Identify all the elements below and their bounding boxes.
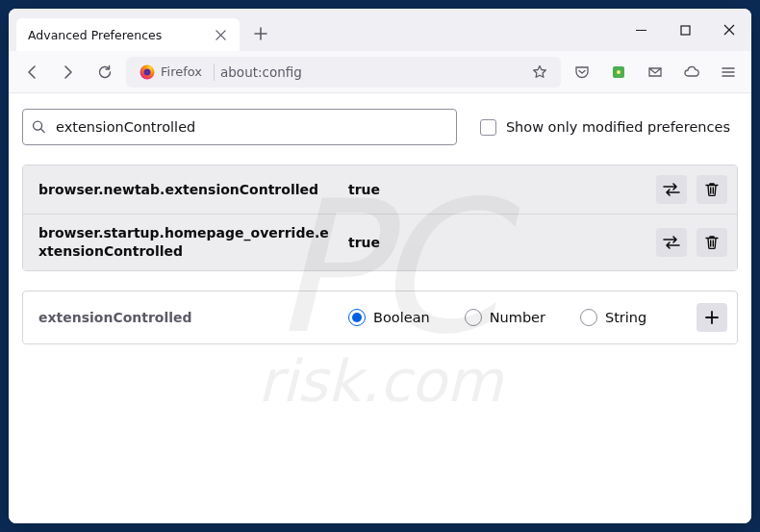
maximize-icon [680,25,691,36]
radio-string[interactable]: String [580,309,646,326]
radio-text: Boolean [373,310,430,325]
pref-actions [656,175,727,204]
add-pref-name: extensionControlled [38,310,337,325]
svg-rect-0 [681,26,690,35]
window-controls [619,9,751,51]
minimize-button[interactable] [619,9,663,51]
trash-icon [705,182,719,197]
add-pref-row: extensionControlled Boolean Number Strin… [22,291,738,344]
pref-name: browser.startup.homepage_override.extens… [38,224,337,261]
checkbox-text: Show only modified preferences [506,119,730,135]
about-config-content: Show only modified preferences browser.n… [9,93,751,523]
sync-button[interactable] [676,57,707,88]
checkbox-icon [480,119,496,136]
url-separator [214,63,215,81]
tab-title: Advanced Preferences [28,28,213,42]
reload-icon [97,64,113,80]
search-icon [32,120,46,135]
maximize-button[interactable] [663,9,707,51]
toggle-icon [663,236,680,249]
svg-point-2 [144,68,151,75]
radio-icon [580,309,597,326]
radio-text: Number [490,310,545,325]
identity-label: Firefox [161,64,202,79]
close-icon [723,24,735,36]
toggle-button[interactable] [656,175,687,204]
bookmark-button[interactable] [526,59,553,86]
close-icon [215,30,226,40]
star-icon [532,64,547,80]
search-wrap [22,109,457,145]
forward-button[interactable] [53,57,84,88]
titlebar: Advanced Preferences [9,9,751,51]
pocket-icon [574,64,590,80]
svg-point-5 [34,121,42,130]
account-button[interactable] [640,57,671,88]
reload-button[interactable] [89,57,120,88]
show-modified-checkbox[interactable]: Show only modified preferences [480,119,738,136]
minimize-icon [636,25,646,36]
pref-row: browser.newtab.extensionControlled true [23,165,737,214]
radio-icon [465,309,482,326]
hamburger-icon [721,64,736,80]
pocket-button[interactable] [567,57,597,88]
toggle-icon [663,183,680,196]
extension-button[interactable] [603,57,634,88]
arrow-left-icon [24,64,39,80]
url-text: about:config [220,64,520,80]
radio-text: String [605,310,646,325]
back-button[interactable] [16,57,47,88]
browser-tab[interactable]: Advanced Preferences [16,18,240,51]
radio-boolean[interactable]: Boolean [348,309,430,326]
close-tab-button[interactable] [213,27,228,42]
pref-list: browser.newtab.extensionControlled true … [22,165,738,271]
plus-icon [254,27,267,40]
app-menu-button[interactable] [713,57,744,88]
site-identity[interactable]: Firefox [134,63,208,82]
pref-value: true [348,235,645,250]
delete-button[interactable] [697,175,727,204]
close-window-button[interactable] [707,9,751,51]
radio-icon [348,309,366,326]
inbox-icon [647,64,663,80]
add-button[interactable] [697,303,727,332]
new-tab-button[interactable] [247,20,274,47]
firefox-icon [139,64,155,80]
svg-point-4 [617,70,621,74]
radio-number[interactable]: Number [465,309,545,326]
nav-toolbar: Firefox about:config [9,51,751,93]
pref-row: browser.startup.homepage_override.extens… [23,214,737,270]
url-bar[interactable]: Firefox about:config [126,57,561,88]
arrow-right-icon [61,64,76,80]
toggle-button[interactable] [656,228,687,257]
browser-window: Advanced Preferences [9,9,751,523]
trash-icon [705,235,719,250]
plus-icon [705,311,719,324]
cloud-icon [683,64,700,80]
pref-value: true [348,182,645,197]
puzzle-icon [611,64,626,80]
search-input[interactable] [22,109,457,145]
pref-name: browser.newtab.extensionControlled [38,181,337,199]
delete-button[interactable] [697,228,727,257]
pref-actions [656,228,727,257]
type-radio-group: Boolean Number String [348,309,685,326]
search-row: Show only modified preferences [18,109,742,145]
